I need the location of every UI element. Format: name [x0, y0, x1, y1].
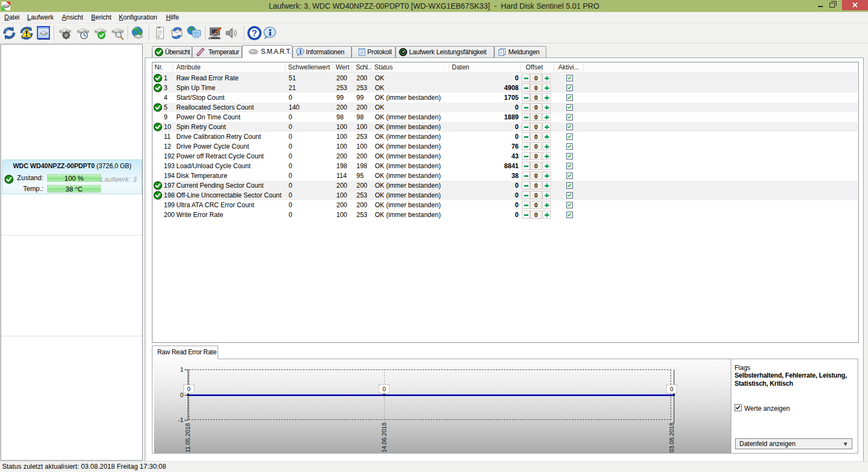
svg-text:?: ?: [252, 29, 257, 38]
